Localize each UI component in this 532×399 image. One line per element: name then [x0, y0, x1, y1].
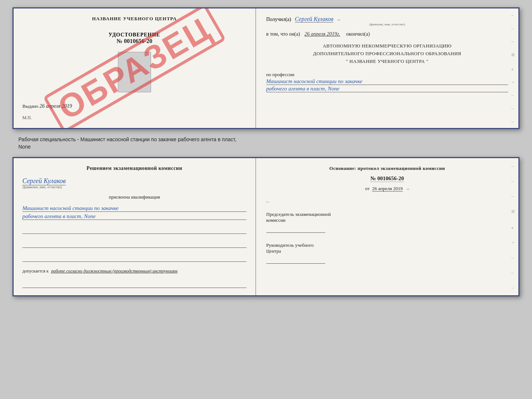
- chairman-label: Председатель экзаменационной: [266, 211, 508, 217]
- issued-date: 26 апреля 2019: [40, 103, 72, 109]
- cert-top-title: НАЗВАНИЕ УЧЕБНОГО ЦЕНТРА: [22, 16, 247, 22]
- head-label2: Центра: [266, 248, 508, 254]
- org-line1: АВТОНОМНУЮ НЕКОММЕРЧЕСКУЮ ОРГАНИЗАЦИЮ: [266, 42, 508, 50]
- ito-text: И: [511, 52, 515, 58]
- cert-number: № 0010656-20: [22, 38, 247, 44]
- name-block: Сергей Кулаков (фамилия, имя, отчество): [22, 175, 247, 189]
- name-hint: (фамилия, имя, отчество): [22, 185, 247, 189]
- profession-label: по профессии: [266, 72, 508, 78]
- bottom-certificate: Решением экзаменационной комиссии Сергей…: [12, 157, 520, 296]
- cert-bottom-right: Основание: протокол экзаменационной коми…: [256, 158, 518, 295]
- qualification-line1: Машинист насосной станции по закачке: [22, 205, 247, 212]
- profession-line2: рабочего агента в пласт, None: [266, 86, 508, 92]
- issued-line: Выдано 26 апреля 2019: [22, 100, 247, 109]
- ito-bottom: И: [511, 209, 515, 214]
- profession-line1: Машинист насосной станции по закачке: [266, 78, 508, 85]
- chairman-label2: комиссии: [266, 217, 508, 223]
- a-bottom: а: [511, 225, 515, 229]
- chairman-signature: [266, 225, 325, 233]
- bottom-name: Сергей Кулаков: [22, 177, 66, 185]
- issued-prefix: Выдано: [22, 103, 38, 109]
- org-block: АВТОНОМНУЮ НЕКОММЕРЧЕСКУЮ ОРГАНИЗАЦИЮ ДО…: [266, 42, 508, 65]
- protocol-date: от 26 апреля 2019 –: [266, 186, 508, 192]
- cert-bottom-left: Решением экзаменационной комиссии Сергей…: [14, 158, 256, 295]
- assigned-label: присвоена квалификация: [22, 194, 247, 200]
- date-prefix: в том, что он(а): [266, 31, 300, 37]
- underline-1: [22, 226, 247, 234]
- qualification-block: Машинист насосной станции по закачке раб…: [22, 204, 247, 220]
- description-block: Рабочая специальность - Машинист насосно…: [12, 133, 520, 153]
- decision-title: Решением экзаменационной комиссии: [22, 165, 247, 171]
- date-line: в том, что он(а) 26 апреля 2019г. окончи…: [266, 31, 508, 37]
- a-text: а: [511, 67, 515, 71]
- mp-label: М.П.: [22, 115, 247, 121]
- protocol-number-block: № 0010656-20: [266, 175, 508, 182]
- recipient-prefix: Получил(а): [266, 17, 291, 22]
- bottom-right-edge-dashes: –––Иа←–––: [511, 158, 515, 295]
- protocol-number: № 0010656-20: [370, 175, 404, 182]
- date-suffix: окончил(а): [346, 31, 370, 37]
- description-line1: Рабочая специальность - Машинист насосно…: [15, 135, 517, 144]
- head-block: Руководитель учебного Центра: [266, 242, 508, 264]
- right-edge-dashes: –––Иа←–––: [511, 8, 515, 128]
- допускается-line: допускается к работе согласно должностны…: [22, 268, 247, 274]
- допускается-prefix: допускается к: [22, 268, 48, 274]
- org-line2: ДОПОЛНИТЕЛЬНОГО ПРОФЕССИОНАЛЬНОГО ОБРАЗО…: [266, 50, 508, 58]
- photo-area: [118, 52, 151, 92]
- recipient-hint: (фамилия, имя, отчество): [266, 22, 508, 26]
- spacer-line: –: [266, 198, 508, 205]
- head-signature: [266, 256, 325, 264]
- cert-label: УДОСТОВЕРЕНИЕ: [22, 32, 247, 38]
- document-container: НАЗВАНИЕ УЧЕБНОГО ЦЕНТРА УДОСТОВЕРЕНИЕ №…: [12, 7, 520, 296]
- cert-top-right: Получил(а) Сергей Кулаков – (фамилия, им…: [256, 8, 518, 128]
- cert-top-left: НАЗВАНИЕ УЧЕБНОГО ЦЕНТРА УДОСТОВЕРЕНИЕ №…: [14, 8, 256, 128]
- org-line3: " НАЗВАНИЕ УЧЕБНОГО ЦЕНТРА ": [266, 58, 508, 65]
- qualification-line2: рабочего агента в пласт, None: [22, 213, 247, 220]
- underline-4: [22, 280, 247, 288]
- recipient-line: Получил(а) Сергей Кулаков – (фамилия, им…: [266, 16, 508, 26]
- description-line2: None: [15, 144, 517, 151]
- underline-3: [22, 254, 247, 262]
- chairman-block: Председатель экзаменационной комиссии: [266, 211, 508, 233]
- recipient-name: Сергей Кулаков: [295, 16, 334, 22]
- basis-title: Основание: протокол экзаменационной коми…: [266, 165, 508, 171]
- top-certificate: НАЗВАНИЕ УЧЕБНОГО ЦЕНТРА УДОСТОВЕРЕНИЕ №…: [12, 7, 520, 129]
- profession-block: по профессии Машинист насосной станции п…: [266, 72, 508, 92]
- protocol-date-prefix: от: [365, 186, 370, 191]
- protocol-date-value: 26 апреля 2019: [372, 186, 403, 192]
- допускается-text: работе согласно должностным (производств…: [51, 268, 177, 274]
- head-label: Руководитель учебного: [266, 242, 508, 248]
- cert-number-block: УДОСТОВЕРЕНИЕ № 0010656-20: [22, 32, 247, 44]
- underline-2: [22, 240, 247, 248]
- date-value: 26 апреля 2019г.: [305, 31, 340, 37]
